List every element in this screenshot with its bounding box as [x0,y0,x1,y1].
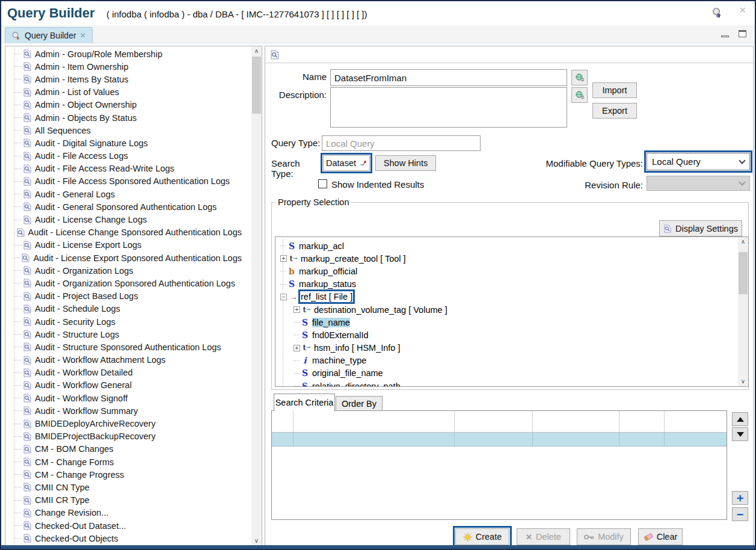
tab-search-criteria[interactable]: Search Criteria [274,394,335,411]
saved-query-item[interactable]: CM - Change Progress [10,468,242,481]
search-type-button[interactable]: Dataset [323,155,370,171]
display-settings-button[interactable]: Display Settings [659,220,742,236]
saved-query-item[interactable]: Audit - License Change Logs [10,213,242,226]
remove-clause-button[interactable]: − [732,507,748,521]
import-button[interactable]: Import [592,82,637,98]
criteria-cell[interactable] [293,433,455,446]
criteria-cell[interactable] [455,433,533,446]
modifiable-query-types-dropdown[interactable]: Local Query [647,153,750,170]
saved-query-item[interactable]: Checked-Out Dataset... [10,519,242,532]
delete-button[interactable]: ✕ Delete [517,528,570,545]
name-input[interactable] [330,69,567,86]
scroll-up-icon[interactable]: ∧ [251,46,262,56]
saved-query-item[interactable]: Audit - Workflow Signoff [10,392,242,404]
criteria-row[interactable] [272,433,727,446]
expander-icon[interactable] [293,306,300,313]
saved-query-item[interactable]: Admin - Item Ownership [10,60,242,73]
saved-query-item[interactable]: Audit - Workflow General [10,379,242,392]
show-indented-checkbox[interactable] [318,179,327,188]
saved-query-item[interactable]: Audit - General Logs [10,188,242,200]
tree-item[interactable]: S markup_status [275,278,738,291]
left-scrollbar[interactable]: ∧ ∨ [251,46,262,546]
expander-icon[interactable] [293,345,300,351]
criteria-cell[interactable] [665,433,727,446]
saved-query-item[interactable]: Audit - Workflow Summary [10,404,242,417]
scroll-down-icon[interactable]: ∨ [738,377,748,386]
saved-query-item[interactable]: CM - Change Forms [10,456,242,468]
saved-query-item[interactable]: Audit - General Sponsored Authentication… [10,200,242,213]
description-localization-button[interactable] [571,87,588,103]
tree-item[interactable]: b markup_official [275,265,738,277]
clear-button[interactable]: Clear [638,528,683,545]
move-up-button[interactable] [732,412,748,426]
saved-query-item[interactable]: Audit - License Export Sponsored Authent… [10,252,242,264]
saved-query-item[interactable]: Admin - Items By Status [10,73,242,85]
criteria-column-header[interactable] [619,411,665,432]
tree-item[interactable]: S file_name [275,316,738,329]
saved-query-item[interactable]: Audit - Project Based Logs [10,290,242,303]
saved-query-item[interactable]: BMIDEProjectBackupRecovery [10,430,242,443]
scrollbar-thumb[interactable] [739,252,748,294]
saved-query-item[interactable]: Audit - Organization Sponsored Authentic… [10,277,242,289]
expander-icon[interactable] [280,294,287,300]
saved-query-item[interactable]: Audit - Structure Logs [10,328,242,341]
expander-icon[interactable] [280,255,287,262]
saved-query-item[interactable]: CM - BOM Changes [10,443,242,456]
saved-query-item[interactable]: Audit - License Export Logs [10,239,242,252]
saved-query-item[interactable]: Admin - List of Values [10,86,242,99]
saved-query-item[interactable]: CMII CR Type [10,494,242,507]
scrollbar-thumb[interactable] [252,57,261,114]
tree-item[interactable]: S original_file_name [275,367,738,380]
tree-item[interactable]: S relative_directory_path [275,380,738,387]
saved-query-item[interactable]: Audit - Workflow Detailed [10,366,242,379]
saved-query-item[interactable]: Audit - File Access Read-Write Logs [10,162,242,175]
tree-item[interactable]: i machine_type [275,354,738,367]
show-hints-button[interactable]: Show Hints [375,155,436,171]
minimize-icon[interactable] [721,36,729,37]
maximize-icon[interactable] [739,30,746,37]
tree-item[interactable]: S fnd0ExternalId [275,329,738,341]
add-clause-button[interactable]: + [732,491,748,505]
tab-query-builder[interactable]: Query Builder ✕ [5,27,93,43]
saved-query-item[interactable]: CMII CN Type [10,481,242,493]
tab-close-icon[interactable]: ✕ [80,31,86,40]
saved-query-item[interactable]: Audit - Workflow Attachment Logs [10,354,242,366]
criteria-column-header[interactable] [272,411,293,432]
scroll-up-icon[interactable]: ∧ [738,237,748,247]
criteria-column-header[interactable] [455,411,533,432]
saved-query-item[interactable]: Audit - Digital Signature Logs [10,137,242,149]
export-button[interactable]: Export [592,103,637,119]
criteria-cell[interactable] [533,433,620,446]
header-close-icon[interactable]: ✕ [739,5,746,16]
saved-query-item[interactable]: Checked-Out Objects [10,532,242,545]
saved-query-item[interactable]: Audit - Organization Logs [10,264,242,277]
saved-query-item[interactable]: All Sequences [10,124,242,137]
criteria-cell[interactable] [272,433,293,446]
saved-query-item[interactable]: Audit - License Change Sponsored Authent… [10,226,242,239]
tree-item[interactable]: S markup_acl [275,239,738,252]
saved-query-item[interactable]: Change Revision... [10,507,242,519]
tree-item[interactable]: t destination_volume_tag [ Volume ] [275,303,738,316]
criteria-column-header[interactable] [293,411,455,432]
saved-query-item[interactable]: Audit - File Access Sponsored Authentica… [10,175,242,188]
tab-order-by[interactable]: Order By [336,396,383,411]
saved-query-item[interactable]: Audit - Schedule Logs [10,303,242,315]
saved-query-item[interactable]: Audit - Security Logs [10,315,242,328]
saved-query-item[interactable]: Audit - File Access Logs [10,150,242,162]
modify-button[interactable]: Modify [577,528,631,545]
tree-item[interactable]: → ref_list [ File ] [275,291,738,303]
saved-query-item[interactable]: Admin - Object Ownership [10,99,242,111]
saved-query-item[interactable]: Admin - Objects By Status [10,111,242,124]
name-localization-button[interactable] [571,70,588,85]
description-input[interactable] [330,87,567,128]
saved-query-item[interactable]: BMIDEDeployArchiveRecovery [10,417,242,430]
criteria-cell[interactable] [619,433,665,446]
tree-item[interactable]: t hsm_info [ HSM_Info ] [275,342,738,354]
criteria-column-header[interactable] [533,411,620,432]
tree-item[interactable]: t markup_create_tool [ Tool ] [275,252,738,265]
saved-query-item[interactable]: Audit - Structure Sponsored Authenticati… [10,341,242,353]
saved-query-item[interactable]: Admin - Group/Role Membership [10,48,242,60]
scroll-down-icon[interactable]: ∨ [251,536,262,546]
tree-scrollbar[interactable]: ∧ ∨ [738,237,748,386]
move-down-button[interactable] [732,427,748,441]
